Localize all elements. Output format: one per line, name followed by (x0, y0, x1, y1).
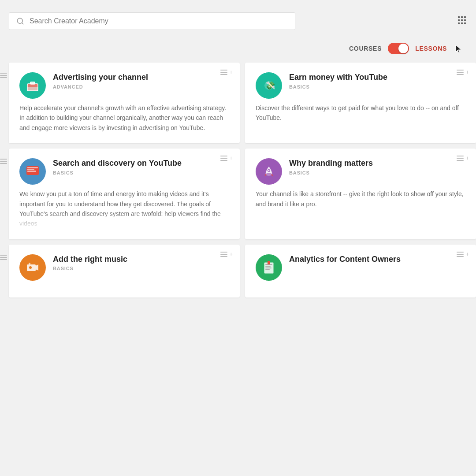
music-icon (19, 254, 46, 281)
row-1: + (0, 63, 476, 143)
card-search-discovery: Search and discovery on YouTube BASICS W… (9, 149, 240, 239)
svg-rect-5 (458, 19, 460, 21)
toggle-thumb (398, 44, 408, 53)
svg-rect-4 (464, 16, 466, 18)
card-menu-add-6[interactable]: + (457, 252, 469, 257)
search-input[interactable] (30, 17, 288, 25)
advertising-level: ADVANCED (53, 84, 229, 89)
card-menu-add-5[interactable]: + (220, 252, 233, 257)
svg-rect-7 (464, 19, 466, 21)
card-branding-header: Why branding matters BASICS (256, 158, 465, 185)
cards-container: + (0, 63, 476, 298)
card-analytics-header: Analytics for Content Owners (256, 254, 465, 281)
svg-line-1 (22, 22, 23, 24)
search-discovery-icon (19, 158, 46, 185)
row-2: + Search and d (0, 149, 476, 239)
earn-money-title-block: Earn money with YouTube BASICS (289, 72, 465, 89)
search-icon (16, 17, 24, 25)
analytics-icon (256, 254, 282, 281)
svg-rect-33 (265, 266, 271, 267)
svg-rect-35 (265, 269, 270, 270)
analytics-title-block: Analytics for Content Owners (289, 254, 465, 266)
advertising-icon (19, 72, 46, 99)
cursor-icon (455, 44, 463, 55)
music-title-block: Add the right music BASICS (53, 254, 229, 271)
card-advertising: Advertising your channel ADVANCED Help a… (9, 63, 240, 143)
grid-icon[interactable] (457, 15, 467, 27)
svg-point-25 (268, 170, 270, 171)
earn-money-title: Earn money with YouTube (289, 72, 465, 82)
svg-rect-29 (29, 263, 30, 264)
branding-level: BASICS (289, 170, 465, 175)
toggle-switch[interactable] (388, 43, 409, 54)
card-earn-money-header: 💸 Earn money with YouTube BASICS (256, 72, 465, 99)
left-menu-add-1[interactable]: + (0, 72, 9, 78)
branding-title: Why branding matters (289, 158, 465, 168)
svg-rect-2 (458, 16, 460, 18)
svg-rect-3 (461, 16, 463, 18)
earn-money-level: BASICS (289, 84, 465, 89)
svg-rect-10 (464, 22, 466, 24)
card-menu-add-4[interactable]: + (457, 156, 469, 161)
svg-text:💸: 💸 (265, 81, 275, 90)
row-3: + Add the righ (0, 245, 476, 298)
music-title: Add the right music (53, 254, 229, 264)
music-level: BASICS (53, 266, 229, 271)
earn-money-icon: 💸 (256, 72, 282, 99)
card-analytics: Analytics for Content Owners + (245, 245, 476, 298)
card-menu-add-2[interactable]: + (457, 70, 469, 75)
branding-description: Your channel is like a storefront -- giv… (256, 189, 465, 209)
lessons-label: LESSONS (415, 45, 447, 52)
branding-icon (256, 158, 282, 185)
card-music-header: Add the right music BASICS (19, 254, 229, 281)
search-bar[interactable] (9, 12, 295, 30)
card-music: Add the right music BASICS + (9, 245, 240, 298)
card-branding: Why branding matters BASICS Your channel… (245, 149, 476, 239)
svg-rect-21 (27, 169, 34, 170)
svg-rect-6 (461, 19, 463, 21)
advertising-description: Help accelerate your channel's growth wi… (19, 103, 229, 133)
advertising-title-block: Advertising your channel ADVANCED (53, 72, 229, 89)
search-discovery-title: Search and discovery on YouTube (53, 158, 229, 168)
card-menu-add-1[interactable]: + (220, 70, 233, 75)
svg-rect-9 (461, 22, 463, 24)
left-menu-add-3[interactable]: + (0, 254, 9, 260)
search-discovery-level: BASICS (53, 170, 229, 175)
branding-title-block: Why branding matters BASICS (289, 158, 465, 175)
search-bar-container (0, 0, 476, 38)
courses-label: COURSES (349, 45, 382, 52)
card-advertising-header: Advertising your channel ADVANCED (19, 72, 229, 99)
search-discovery-description: We know you put a ton of time and energy… (19, 189, 229, 229)
card-menu-add-3[interactable]: + (220, 156, 233, 161)
analytics-title: Analytics for Content Owners (289, 254, 465, 264)
toggle-row: COURSES LESSONS (0, 38, 476, 63)
card-search-header: Search and discovery on YouTube BASICS (19, 158, 229, 185)
svg-point-28 (29, 266, 32, 269)
search-discovery-title-block: Search and discovery on YouTube BASICS (53, 158, 229, 175)
svg-rect-8 (458, 22, 460, 24)
left-menu-add-2[interactable]: + (0, 158, 9, 164)
left-edge-2: + (0, 149, 9, 239)
card-earn-money: 💸 Earn money with YouTube BASICS Discove… (245, 63, 476, 143)
left-edge-3: + (0, 245, 9, 298)
left-edge-1: + (0, 63, 9, 143)
advertising-title: Advertising your channel (53, 72, 229, 82)
svg-rect-22 (27, 171, 36, 172)
earn-money-description: Discover the different ways to get paid … (256, 103, 465, 123)
svg-marker-27 (36, 264, 38, 271)
svg-rect-20 (27, 167, 38, 168)
svg-rect-34 (265, 268, 271, 268)
